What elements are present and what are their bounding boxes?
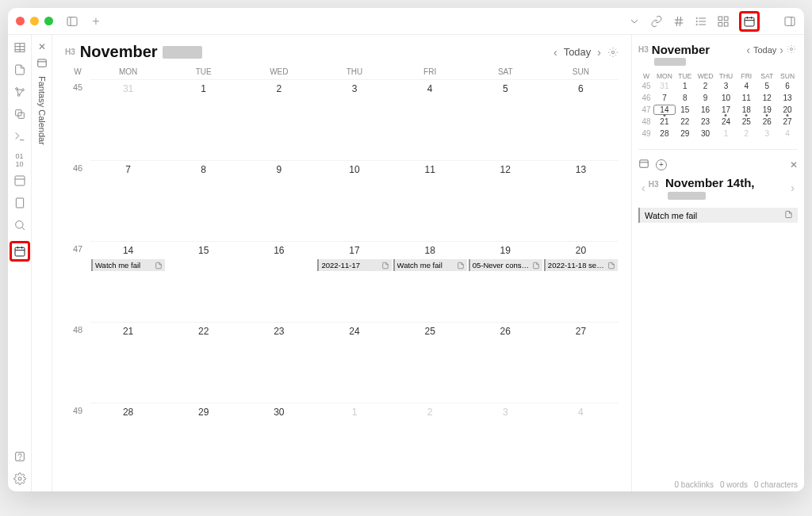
day-cell[interactable]: 28 bbox=[90, 403, 166, 484]
table-icon[interactable] bbox=[13, 41, 26, 54]
day-cell[interactable]: 4 bbox=[393, 79, 468, 160]
prev-month-button[interactable]: ‹ bbox=[553, 46, 557, 59]
day-cell[interactable]: 10 bbox=[316, 160, 392, 241]
mini-day-cell[interactable]: 3 bbox=[716, 82, 737, 90]
mini-day-cell[interactable]: 16 bbox=[695, 105, 716, 114]
day-cell[interactable]: 30 bbox=[241, 403, 316, 484]
day-cell[interactable]: 22 bbox=[166, 322, 241, 403]
mini-day-cell[interactable]: 31 bbox=[654, 82, 675, 90]
book-icon[interactable] bbox=[13, 197, 26, 209]
calendar-settings-icon[interactable] bbox=[607, 47, 619, 58]
calendar-ribbon-icon[interactable] bbox=[13, 245, 26, 258]
terminal-icon[interactable] bbox=[13, 130, 26, 143]
day-cell[interactable]: 23 bbox=[241, 322, 316, 403]
mini-day-cell[interactable]: 4 bbox=[736, 82, 756, 90]
mini-day-cell[interactable]: 30 bbox=[695, 129, 716, 138]
today-button[interactable]: Today bbox=[564, 46, 592, 58]
day-cell[interactable]: 11 bbox=[393, 160, 468, 241]
day-cell[interactable]: 29 bbox=[166, 403, 241, 484]
mini-day-cell[interactable]: 12 bbox=[756, 94, 777, 102]
settings-icon[interactable] bbox=[13, 472, 26, 485]
detail-calendar-icon[interactable] bbox=[638, 158, 649, 171]
day-cell[interactable]: 3 bbox=[468, 403, 543, 484]
day-cell[interactable]: 31 bbox=[90, 79, 166, 160]
mini-day-cell[interactable]: 8 bbox=[675, 94, 695, 102]
grid-icon[interactable] bbox=[717, 15, 730, 28]
day-cell[interactable]: 1 bbox=[316, 403, 392, 484]
layout-icon[interactable] bbox=[13, 174, 26, 187]
next-month-button[interactable]: › bbox=[597, 46, 601, 59]
mini-day-cell[interactable]: 27 bbox=[777, 117, 798, 126]
day-cell[interactable]: 5 bbox=[468, 79, 543, 160]
calendar-event[interactable]: Watch me fail bbox=[393, 259, 467, 271]
mini-day-cell[interactable]: 15 bbox=[675, 105, 695, 114]
close-detail-button[interactable]: ✕ bbox=[790, 159, 798, 170]
graph-icon[interactable] bbox=[13, 86, 26, 98]
detail-next-button[interactable]: › bbox=[787, 182, 798, 194]
mini-day-cell[interactable]: 10 bbox=[716, 94, 737, 102]
mini-day-cell[interactable]: 7 bbox=[654, 94, 675, 102]
detail-prev-button[interactable]: ‹ bbox=[638, 182, 649, 194]
mini-prev-button[interactable]: ‹ bbox=[746, 44, 750, 56]
day-cell[interactable]: 9 bbox=[241, 160, 316, 241]
mini-day-cell[interactable]: 1 bbox=[675, 82, 695, 90]
sidebar-toggle-icon[interactable] bbox=[66, 15, 79, 28]
list-icon[interactable] bbox=[695, 15, 707, 28]
copy-icon[interactable] bbox=[13, 108, 26, 120]
mini-day-cell[interactable]: 5 bbox=[756, 82, 777, 90]
search-icon[interactable] bbox=[13, 219, 26, 231]
mini-day-cell[interactable]: 21 bbox=[654, 117, 675, 126]
add-event-button[interactable]: + bbox=[656, 159, 667, 170]
mini-day-cell[interactable]: 17 bbox=[716, 105, 737, 114]
day-cell[interactable]: 15 bbox=[166, 241, 241, 322]
dropdown-icon[interactable] bbox=[628, 15, 641, 28]
mini-day-cell[interactable]: 6 bbox=[777, 82, 798, 90]
day-cell[interactable]: 8 bbox=[166, 160, 241, 241]
day-cell[interactable]: 25 bbox=[393, 322, 468, 403]
hash-icon[interactable] bbox=[672, 15, 685, 28]
mini-day-cell[interactable]: 26 bbox=[756, 117, 777, 126]
link-icon[interactable] bbox=[650, 15, 663, 28]
mini-day-cell[interactable]: 9 bbox=[695, 94, 716, 102]
day-cell[interactable]: 26 bbox=[468, 322, 543, 403]
mini-next-button[interactable]: › bbox=[779, 44, 783, 56]
day-cell[interactable]: 13 bbox=[543, 160, 619, 241]
mini-day-cell[interactable]: 3 bbox=[756, 129, 777, 138]
day-cell[interactable]: 202022-11-18 send email bbox=[543, 241, 619, 322]
day-cell[interactable]: 1 bbox=[166, 79, 241, 160]
day-cell[interactable]: 24 bbox=[316, 322, 392, 403]
day-cell[interactable]: 14Watch me fail bbox=[90, 241, 166, 322]
mini-day-cell[interactable]: 18 bbox=[736, 105, 756, 114]
mini-day-cell[interactable]: 13 bbox=[777, 94, 798, 102]
mini-day-cell[interactable]: 23 bbox=[695, 117, 716, 126]
calendar-icon[interactable] bbox=[743, 15, 756, 28]
day-cell[interactable]: 16 bbox=[241, 241, 316, 322]
day-cell[interactable]: 6 bbox=[543, 79, 619, 160]
day-cell[interactable]: 4 bbox=[543, 403, 619, 484]
mini-day-cell[interactable]: 11 bbox=[736, 94, 756, 102]
note-icon[interactable] bbox=[13, 63, 26, 76]
detail-event-item[interactable]: Watch me fail bbox=[638, 208, 798, 223]
minimize-window[interactable] bbox=[30, 17, 39, 25]
close-icon[interactable]: ✕ bbox=[38, 41, 46, 52]
day-cell[interactable]: 18Watch me fail bbox=[393, 241, 468, 322]
day-cell[interactable]: 172022-11-17 bbox=[316, 241, 392, 322]
mini-day-cell[interactable]: 25 bbox=[736, 117, 756, 126]
day-cell[interactable]: 21 bbox=[90, 322, 166, 403]
day-cell[interactable]: 3 bbox=[316, 79, 392, 160]
calendar-event[interactable]: Watch me fail bbox=[91, 259, 165, 271]
calendar-event[interactable]: 2022-11-18 send email bbox=[544, 259, 618, 271]
mini-day-cell[interactable]: 28 bbox=[654, 129, 675, 138]
vertical-tab[interactable]: ✕ Fantasy Calendar bbox=[32, 35, 52, 491]
day-cell[interactable]: 1905-Never consume… bbox=[468, 241, 543, 322]
mini-day-cell[interactable]: 4 bbox=[777, 129, 798, 138]
day-cell[interactable]: 2 bbox=[393, 403, 468, 484]
zoom-window[interactable] bbox=[44, 17, 53, 25]
day-cell[interactable]: 2 bbox=[241, 79, 316, 160]
mini-today-button[interactable]: Today bbox=[753, 45, 776, 55]
mini-day-cell[interactable]: 19 bbox=[756, 105, 777, 114]
mini-day-cell[interactable]: 24 bbox=[716, 117, 737, 126]
binary-icon[interactable]: 0110 bbox=[13, 152, 26, 165]
new-tab-icon[interactable]: + bbox=[90, 15, 102, 28]
mini-day-cell[interactable]: 1 bbox=[716, 129, 737, 138]
